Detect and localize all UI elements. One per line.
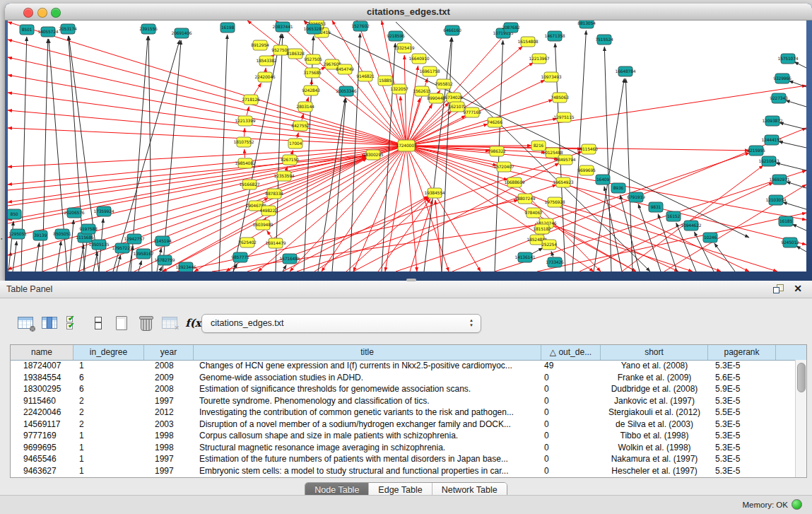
delete-table-icon[interactable] (137, 315, 155, 332)
graph-node[interactable]: 1562615 (413, 86, 431, 96)
graph-node[interactable]: 16914479 (266, 238, 286, 248)
graph-node[interactable]: 39139 (33, 230, 47, 240)
table-panel-header[interactable]: Table Panel ✕ (0, 281, 812, 298)
graph-node[interactable]: 2803144 (296, 102, 314, 112)
graph-node[interactable]: 1295051 (8, 229, 27, 239)
graph-node[interactable]: 746266 (487, 117, 502, 127)
graph-node[interactable]: 13505135 (89, 240, 110, 250)
graph-node[interactable]: 14136141 (515, 252, 536, 262)
graph-node[interactable]: 6791919 (627, 192, 645, 202)
graph-node[interactable]: 8215955 (747, 146, 765, 156)
graph-node[interactable]: 8267150 (281, 155, 299, 165)
graph-node[interactable]: 6466160 (443, 25, 461, 35)
graph-node[interactable]: 1527602 (351, 21, 370, 31)
network-graph-canvas[interactable]: 1724000718300295891295495275061854338222… (8, 21, 806, 271)
float-panel-icon[interactable] (773, 284, 784, 293)
graph-node[interactable]: 9227343 (770, 93, 788, 103)
graph-node[interactable]: 7485063 (551, 93, 569, 103)
import-table-icon[interactable]: ✕ (161, 315, 180, 332)
column-header-name[interactable]: name (11, 345, 73, 360)
graph-node[interactable]: 18543382 (257, 56, 277, 66)
graph-node[interactable]: 13325419 (394, 43, 415, 53)
graph-node[interactable]: 12444151 (762, 135, 782, 145)
graph-node[interactable]: 12923446 (176, 262, 196, 271)
graph-node[interactable]: 19166827 (240, 180, 260, 189)
vertical-scrollbar[interactable] (795, 360, 806, 477)
graph-node[interactable]: 7625402 (238, 238, 257, 247)
graph-node[interactable]: 15720407 (494, 162, 514, 172)
graph-node[interactable]: 12942757 (124, 234, 145, 244)
graph-node[interactable]: 22420046 (255, 72, 276, 82)
graph-node[interactable]: 2087682 (502, 23, 520, 33)
graph-node[interactable]: 17359924 (94, 206, 114, 216)
graph-node[interactable]: 16961758 (420, 66, 440, 76)
graph-node[interactable]: 16198 (220, 23, 235, 33)
graph-node[interactable]: 9527505 (304, 54, 322, 64)
graph-node[interactable]: 16039489 (253, 220, 273, 230)
graph-node[interactable]: 9699695 (577, 165, 596, 175)
table-row[interactable]: 1830029562008Estimation of significance … (11, 383, 796, 395)
graph-node[interactable]: 16154808 (518, 37, 539, 47)
graph-node[interactable]: 10246 (703, 233, 717, 243)
graph-node[interactable]: 12213399 (235, 116, 256, 126)
graph-node[interactable]: 3175685 (303, 68, 322, 78)
graph-node[interactable]: 16185 (779, 216, 793, 226)
graph-node[interactable]: 2718126 (242, 95, 260, 105)
graph-node[interactable]: 15885 (378, 76, 392, 86)
graph-node[interactable]: 16782759 (155, 255, 175, 265)
graph-node[interactable]: 20691406 (172, 28, 192, 38)
graph-node[interactable]: 252254 (541, 240, 557, 250)
graph-node[interactable]: 12353594 (274, 171, 295, 181)
graph-node[interactable]: 7955812 (435, 79, 453, 89)
graph-node[interactable]: 8427552 (291, 121, 310, 131)
close-panel-icon[interactable]: ✕ (794, 283, 802, 294)
graph-node[interactable]: 1145194 (153, 236, 172, 246)
table-row[interactable]: 1456911722003Disruption of a novel membe… (11, 419, 796, 431)
graph-node[interactable]: 1733426 (546, 257, 564, 267)
column-header-in_degree[interactable]: in_degree (73, 345, 144, 360)
graph-node[interactable]: 9146821 (356, 71, 375, 81)
graph-node[interactable]: 20206576 (64, 208, 85, 218)
graph-node[interactable]: 14671358 (545, 31, 565, 41)
graph-node[interactable]: 10688609 (505, 177, 525, 187)
table-row[interactable]: 969969511998Structural magnetic resonanc… (11, 442, 796, 454)
graph-node[interactable]: 14055724 (38, 27, 59, 37)
graph-node[interactable]: 2053174 (59, 24, 77, 34)
graph-node[interactable]: 20053346 (336, 86, 357, 96)
graph-node[interactable]: 8936 (611, 183, 625, 193)
table-row[interactable]: 1872400712008Changes of HCN gene express… (11, 360, 796, 372)
panel-resize-grip[interactable] (406, 279, 416, 281)
graph-node[interactable]: 8501 (20, 25, 34, 35)
graph-node[interactable]: 9245012 (781, 238, 799, 247)
graph-node[interactable]: 8216 (531, 141, 546, 151)
graph-node[interactable]: 8878334 (265, 189, 283, 199)
graph-node[interactable]: 15716485 (280, 254, 300, 264)
graph-node[interactable]: 9857771 (231, 252, 249, 262)
table-row[interactable]: 1938455462009Genome-wide association stu… (11, 372, 796, 384)
graph-node[interactable]: 16409 (596, 175, 610, 185)
graph-node[interactable]: 9831 (649, 202, 663, 212)
graph-node[interactable]: 7515524 (595, 35, 613, 45)
table-row[interactable]: 977716911998Corpus callosum shape and si… (11, 430, 796, 442)
graph-node[interactable]: 1322057 (390, 84, 408, 94)
window-titlebar[interactable]: citations_edges.txt (5, 4, 812, 21)
table-settings-icon[interactable] (17, 315, 35, 332)
scrollbar-thumb[interactable] (797, 363, 806, 392)
graph-node[interactable]: 9242843 (302, 86, 320, 95)
column-header-short[interactable]: short (601, 345, 708, 360)
graph-node[interactable]: 2391556 (139, 24, 158, 34)
graph-node[interactable]: 20837441 (273, 22, 293, 32)
citation-network-graph[interactable]: 1724000718300295891295495275061854338222… (8, 21, 806, 271)
graph-node[interactable]: 16648784 (616, 66, 636, 76)
graph-node[interactable]: 1815182 (533, 224, 551, 234)
graph-node[interactable]: 8912954 (251, 40, 269, 50)
graph-node[interactable]: 10973493 (541, 72, 562, 82)
column-header-title[interactable]: title (194, 345, 541, 360)
graph-node[interactable]: 12093872 (763, 116, 783, 126)
table-row[interactable]: 911546021997Tourette syndrome. Phenomeno… (11, 395, 796, 407)
graph-node[interactable]: 16152 (666, 211, 681, 221)
graph-node[interactable]: 19384554 (425, 188, 445, 198)
table-row[interactable]: 2242004622012Investigating the contribut… (11, 407, 796, 419)
graph-node[interactable]: 10944622 (681, 221, 702, 230)
graph-node[interactable]: 8990448 (427, 93, 445, 103)
